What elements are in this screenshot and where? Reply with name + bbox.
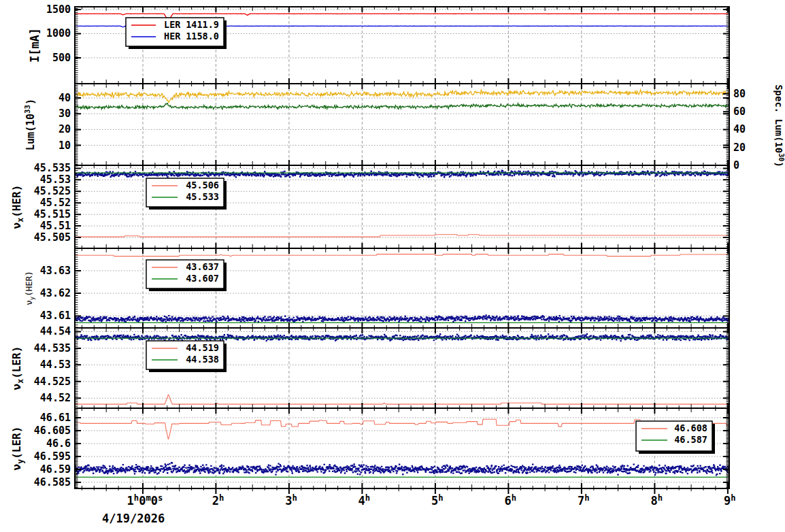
y-tick-label: 46.595 [34,450,71,463]
series-nuy-ler-set-red [75,419,729,439]
right-y-tick-label: 60 [733,105,746,118]
legend-label: LER [164,19,181,30]
legend-value: 1411.9 [186,19,219,30]
y-tick-label: 46.61 [40,412,71,424]
series-spec-lum [75,90,729,103]
y-axis-label: νy(LER) [10,427,25,471]
y-tick-label: 45.51 [40,220,71,232]
major-ticks [75,408,729,494]
y-tick-label: 45.52 [40,197,71,209]
legend-label: HER [164,31,181,41]
y-axis-label: Lum(1033) [23,99,37,150]
panel-nux-ler: 44.5244.52544.5344.53544.54νx(LER)44.519… [10,325,730,408]
y-tick-label: 45.535 [34,162,71,174]
panel-frame [75,84,729,165]
legend: 43.63743.607 [146,260,227,291]
legend-value: 45.506 [186,180,219,190]
x-tick-label: 9h [724,493,736,508]
panel-beam-current: 50010001500I[mA]LER1411.9HER1158.0 [28,3,729,84]
figure-canvas: 50010001500I[mA]LER1411.9HER1158.0020406… [0,0,785,532]
legend-value: 46.608 [674,422,707,433]
right-y-tick-label: 80 [733,88,746,100]
y-tick-label: 43.61 [40,310,71,322]
y-tick-label: 1500 [46,3,71,16]
legend-value: 44.538 [186,354,219,365]
series-nux-her-measured [74,170,729,178]
y-tick-label: 45.525 [34,185,71,197]
y-tick-label: 44.525 [34,376,71,388]
legend-value: 43.637 [186,261,219,272]
series-nuy-her-set-red [75,254,729,256]
y-tick-label: 45.505 [34,231,71,244]
series-nuy-ler-measured [74,462,730,476]
x-tick-label: 6h [505,493,517,508]
right-y-tick-label: 40 [733,123,746,135]
y-tick-label: 44.53 [40,359,71,371]
x-tick-label: 2h [212,493,224,508]
legend: 46.60846.587 [636,421,715,454]
major-ticks [75,84,729,165]
legend-value: 46.587 [674,434,707,445]
x-tick-label: 5h [431,493,444,508]
y-axis-label: I[mA] [28,28,41,63]
y-tick-label: 45.515 [34,208,71,220]
legend: 45.50645.533 [146,178,227,210]
right-y-axis-label: Spec. Lum(1030) [773,84,785,167]
panel-nuy-ler: 46.58546.5946.59546.646.60546.61νy(LER)4… [10,408,730,494]
x-tick-label: 7h [578,493,590,508]
y-tick-label: 1000 [46,27,71,39]
x-tick-label: 8h [651,493,663,508]
x-tick-label: 1h0m0s [127,493,163,508]
x-axis-date: 4/19/2026 [102,512,165,525]
panel-nux-her: 45.50545.5145.51545.5245.52545.5345.535ν… [10,162,730,248]
series-nux-ler-set-red [75,395,729,404]
y-tick-label: 40 [59,92,71,104]
y-tick-label: 44.535 [34,342,71,354]
right-y-tick-label: 0 [733,159,739,171]
minor-ticks [75,84,729,165]
y-tick-label: 46.6 [46,437,71,450]
y-axis-label: νx(HER) [10,185,25,229]
minor-ticks [75,408,729,491]
panel-nuy-her: 43.6143.6243.63νy(HER)43.63743.607 [24,248,730,328]
y-tick-label: 46.605 [34,425,71,437]
y-tick-label: 10 [59,139,71,152]
y-tick-label: 44.52 [40,392,71,404]
legend-value: 43.607 [186,273,219,284]
y-tick-label: 20 [59,123,71,135]
legend-value: 45.533 [186,191,219,202]
panel-luminosity: 020406080Spec. Lum(1030)10203040Lum(1033… [23,84,785,171]
x-tick-label: 3h [285,493,297,508]
y-tick-label: 44.54 [40,325,71,337]
series-lum [75,103,729,110]
legend: 44.51944.538 [146,341,227,372]
y-tick-label: 43.62 [40,287,71,299]
y-tick-label: 46.59 [40,463,71,476]
right-y-tick-label: 20 [733,142,746,154]
y-tick-label: 500 [52,52,71,64]
y-tick-label: 45.53 [40,173,71,186]
x-tick-label: 4h [358,493,371,508]
legend-value: 44.519 [186,342,219,353]
y-tick-label: 30 [59,107,71,120]
y-axis-label: νx(LER) [10,346,25,390]
accelerator-monitor-figure: 50010001500I[mA]LER1411.9HER1158.0020406… [0,0,785,532]
y-tick-label: 43.63 [40,265,71,277]
panel-frame [75,408,729,488]
y-axis-label: νy(HER) [24,271,35,305]
legend-value: 1158.0 [186,31,219,41]
legend: LER1411.9HER1158.0 [126,18,227,49]
y-tick-label: 46.585 [34,476,71,488]
series-nux-her-set-red [75,235,729,237]
